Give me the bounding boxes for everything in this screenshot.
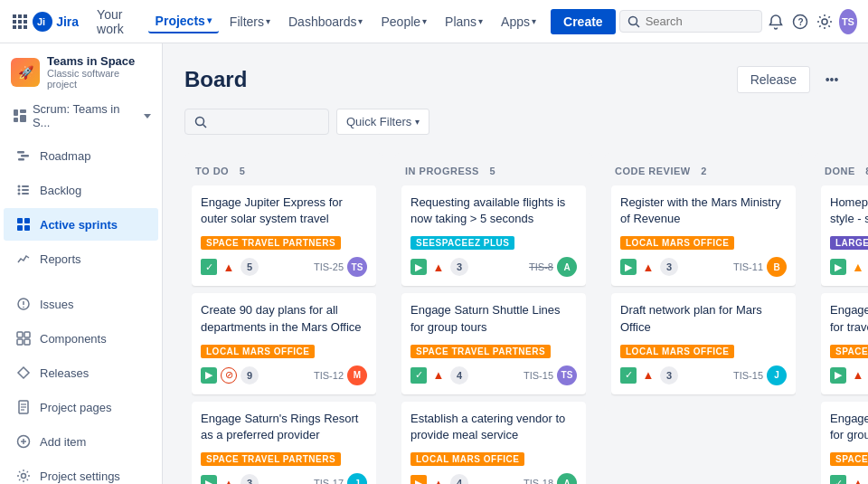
story-points: 9	[241, 366, 259, 384]
priority-icon: ▲	[640, 259, 656, 275]
card-icons: ✓ ▲ 3	[620, 366, 678, 384]
svg-rect-17	[14, 118, 18, 122]
sidebar-item-releases[interactable]: Releases	[4, 356, 158, 389]
quick-filters-button[interactable]: Quick Filters ▾	[336, 109, 429, 135]
project-info: Teams in Space Classic software project	[47, 54, 151, 90]
sidebar-item-project-settings[interactable]: Project settings	[4, 460, 158, 484]
task-icon: ✓	[620, 367, 637, 384]
svg-rect-21	[21, 155, 29, 157]
sidebar-item-label: Releases	[40, 366, 89, 380]
column-done: DONE 8 Homepage footer uses an inline st…	[814, 153, 868, 484]
priority-icon: ▲	[430, 475, 447, 484]
sidebar-item-project-pages[interactable]: Project pages	[4, 391, 158, 423]
ticket-id: TIS-17	[314, 478, 344, 484]
column-codereview: CODE REVIEW 2 Register with the Mars Min…	[604, 153, 803, 411]
svg-rect-5	[24, 20, 27, 24]
sidebar-item-reports[interactable]: Reports	[4, 242, 158, 275]
board-search-input[interactable]	[212, 115, 312, 128]
card-done-1[interactable]: Engage JetShuttle SpaceWays for travel S…	[821, 293, 868, 394]
card-inprogress-0[interactable]: Requesting available flights is now taki…	[401, 185, 586, 286]
card-footer: ✓ ▲ 5 TIS-25 TS	[201, 257, 367, 277]
svg-rect-16	[14, 109, 18, 116]
card-footer: ✓ ▲ 4 TIS-15 TS	[410, 365, 577, 385]
card-footer-right: TIS-15 J	[733, 365, 787, 385]
assignee-avatar: A	[557, 257, 577, 277]
card-footer-right: TIS-18 A	[524, 473, 577, 484]
user-avatar[interactable]: TS	[839, 9, 857, 34]
card-inprogress-1[interactable]: Engage Saturn Shuttle Lines for group to…	[401, 293, 586, 394]
sidebar-item-issues[interactable]: Issues	[4, 288, 158, 320]
components-icon	[14, 329, 33, 347]
card-title: Establish a catering vendor to provide m…	[410, 411, 577, 443]
jira-logo[interactable]: Ji Jira	[33, 12, 79, 32]
search-box[interactable]	[619, 10, 762, 33]
create-button[interactable]: Create	[551, 9, 616, 34]
sidebar-item-components[interactable]: Components	[4, 322, 158, 355]
assignee-avatar: TS	[347, 257, 367, 277]
nav-people[interactable]: People ▾	[373, 11, 434, 33]
card-codereview-0[interactable]: Register with the Mars Ministry of Reven…	[611, 185, 796, 286]
card-codereview-1[interactable]: Draft network plan for Mars Office LOCAL…	[611, 293, 796, 394]
nav-projects[interactable]: Projects ▾	[148, 10, 219, 33]
card-title: Engage Saturn Shuttle Lines for group to…	[830, 411, 868, 443]
sidebar-item-label: Issues	[40, 298, 74, 311]
more-options-button[interactable]: •••	[817, 65, 846, 94]
svg-rect-36	[17, 332, 23, 337]
board-header-actions: Release •••	[737, 65, 846, 94]
story-points: 3	[241, 474, 259, 484]
svg-rect-19	[20, 115, 26, 122]
card-todo-1[interactable]: Create 90 day plans for all departments …	[192, 293, 376, 394]
assignee-avatar: M	[347, 365, 367, 385]
card-label: LARGE TEAM SUPPORT	[830, 236, 868, 250]
task-icon: ▶	[410, 259, 427, 275]
svg-point-23	[18, 185, 21, 188]
search-input[interactable]	[646, 14, 754, 28]
card-todo-2[interactable]: Engage Saturn's Rings Resort as a prefer…	[192, 402, 376, 484]
card-footer: ▶ ⊘ 9 TIS-12 M	[201, 365, 367, 385]
sidebar-item-roadmap[interactable]: Roadmap	[4, 139, 158, 172]
nav-plans[interactable]: Plans ▾	[438, 11, 490, 33]
sidebar-item-backlog[interactable]: Backlog	[4, 174, 158, 206]
release-button[interactable]: Release	[737, 66, 810, 93]
project-name: Teams in Space	[47, 54, 151, 68]
svg-point-11	[628, 16, 637, 24]
help-icon[interactable]: ?	[790, 7, 811, 36]
card-title: Register with the Mars Ministry of Reven…	[620, 195, 787, 227]
card-done-0[interactable]: Homepage footer uses an inline style - s…	[821, 185, 868, 286]
sidebar-item-add-item[interactable]: Add item	[4, 425, 158, 458]
column-codereview-header: CODE REVIEW 2	[611, 162, 796, 185]
priority-icon: ▲	[850, 475, 866, 484]
sidebar-item-active-sprints[interactable]: Active sprints	[4, 208, 158, 241]
nav-filters[interactable]: Filters ▾	[222, 11, 278, 33]
settings-icon[interactable]	[815, 7, 835, 36]
card-footer: ▶ ▲ TIS-65 TS	[830, 257, 868, 277]
svg-point-25	[18, 189, 21, 192]
nav-dashboards[interactable]: Dashboards ▾	[281, 11, 371, 33]
card-inprogress-2[interactable]: Establish a catering vendor to provide m…	[401, 402, 586, 484]
svg-rect-4	[18, 20, 22, 24]
board-search[interactable]	[184, 109, 329, 135]
svg-point-48	[196, 117, 204, 125]
card-done-2[interactable]: Engage Saturn Shuttle Lines for group to…	[821, 402, 868, 484]
grid-icon[interactable]	[11, 9, 29, 34]
svg-rect-26	[22, 189, 29, 191]
card-title: Homepage footer uses an inline style - s…	[830, 195, 868, 227]
nav-your-work[interactable]: Your work	[90, 4, 145, 40]
card-todo-0[interactable]: Engage Jupiter Express for outer solar s…	[192, 185, 376, 286]
card-footer-right: TIS-25 TS	[314, 257, 367, 277]
svg-rect-31	[17, 225, 23, 231]
board-selector[interactable]: Scrum: Teams in S...	[0, 97, 162, 138]
ticket-id: TIS-25	[314, 261, 344, 272]
column-todo: TO DO 5 Engage Jupiter Express for outer…	[184, 153, 383, 484]
card-title: Requesting available flights is now taki…	[410, 195, 577, 227]
card-title: Draft network plan for Mars Office	[620, 302, 787, 335]
nav-apps[interactable]: Apps ▾	[494, 11, 543, 33]
card-icons: ▶ ▲ 3	[201, 474, 259, 484]
card-label: SEESPACEEZ PLUS	[410, 236, 514, 250]
card-icons: ▶ ▲	[830, 259, 866, 275]
story-points: 4	[450, 474, 468, 484]
notifications-icon[interactable]	[766, 7, 787, 36]
task-icon: ▶	[830, 259, 846, 275]
svg-line-49	[203, 124, 207, 128]
project-type: Classic software project	[47, 68, 151, 90]
